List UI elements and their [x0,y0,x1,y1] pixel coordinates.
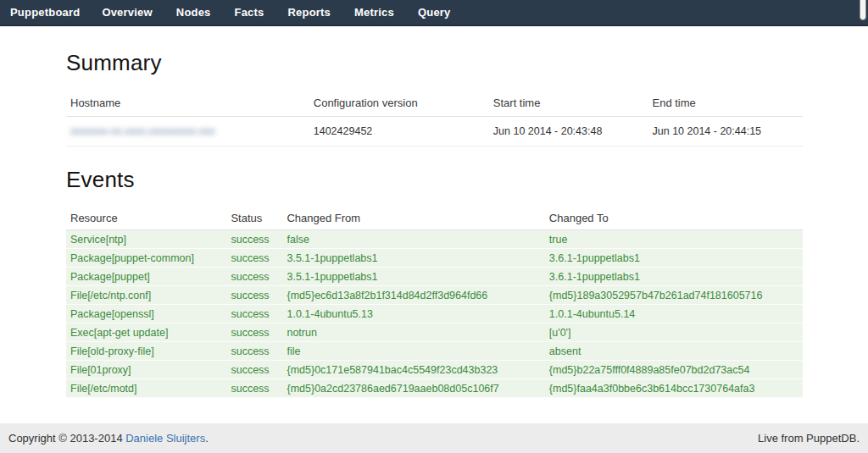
events-col-changed-from: Changed From [282,207,544,230]
event-status: success [226,379,282,398]
event-status: success [226,342,282,361]
event-row: File[old-proxy-file] success file absent [66,342,803,361]
event-resource: Package[puppet-common] [66,249,226,268]
event-resource: Service[ntp] [66,230,226,249]
end-time-value: Jun 10 2014 - 20:44:15 [648,117,804,146]
author-link[interactable]: Daniele Sluijters [125,432,205,445]
event-changed-from: notrun [282,323,544,342]
start-time-value: Jun 10 2014 - 20:43:48 [489,117,648,146]
page: Puppetboard Overview Nodes Facts Reports… [0,0,868,453]
event-changed-to: {md5}faa4a3f0bbe6c3b614bcc1730764afa3 [545,379,803,398]
hostname-link[interactable]: xxxxxxx-xx.xxxx.xxxxxxxxx.xxx [70,125,215,137]
event-changed-from: 3.5.1-1puppetlabs1 [282,249,544,268]
summary-col-hostname: Hostname [66,90,309,117]
event-resource: Package[openssl] [66,305,226,323]
event-resource: File[/etc/motd] [66,379,226,398]
event-changed-from: 1.0.1-4ubuntu5.13 [282,305,544,323]
events-col-resource: Resource [66,207,226,230]
event-row: File[/etc/motd] success {md5}0a2cd23786a… [66,379,803,398]
nav-item-overview[interactable]: Overview [90,0,164,25]
main-content: Summary Hostname Configuration version S… [0,26,803,398]
event-row: Package[puppet-common] success 3.5.1-1pu… [66,249,803,268]
event-changed-to: 1.0.1-4ubuntu5.14 [545,305,803,323]
event-status: success [226,230,282,249]
summary-header-row: Hostname Configuration version Start tim… [66,90,803,117]
event-changed-from: {md5}0c171e587941bac4c5549f23cd43b323 [282,361,544,379]
events-table: Resource Status Changed From Changed To … [66,207,803,398]
scrollbar-thumb[interactable] [860,0,866,20]
summary-col-config-version: Configuration version [309,90,489,117]
event-resource: Package[puppet] [66,268,226,286]
event-changed-to: 3.6.1-1puppetlabs1 [545,268,803,286]
nav-item-facts[interactable]: Facts [223,0,276,25]
event-status: success [226,268,282,286]
summary-data-row: xxxxxxx-xx.xxxx.xxxxxxxxx.xxx 1402429452… [66,117,803,146]
event-resource: File[old-proxy-file] [66,342,226,361]
event-changed-to: true [545,230,803,249]
brand-puppetboard[interactable]: Puppetboard [8,0,90,25]
event-row: Service[ntp] success false true [66,230,803,249]
config-version-value: 1402429452 [309,117,489,146]
event-row: Exec[apt-get update] success notrun [u'0… [66,323,803,342]
event-status: success [226,249,282,268]
event-changed-from: {md5}0a2cd23786aed6719aaeb08d05c106f7 [282,379,544,398]
event-resource: File[/etc/ntp.conf] [66,286,226,305]
page-footer: Copyright © 2013-2014 Daniele Sluijters.… [0,423,868,453]
event-changed-to: [u'0'] [545,323,803,342]
summary-heading: Summary [66,50,803,76]
event-changed-to: 3.6.1-1puppetlabs1 [545,249,803,268]
event-changed-from: 3.5.1-1puppetlabs1 [282,268,544,286]
nav-item-metrics[interactable]: Metrics [342,0,406,25]
events-col-status: Status [226,207,282,230]
top-navbar: Puppetboard Overview Nodes Facts Reports… [0,0,868,26]
event-row: Package[puppet] success 3.5.1-1puppetlab… [66,268,803,286]
event-changed-from: file [282,342,544,361]
nav-item-reports[interactable]: Reports [276,0,343,25]
copyright-suffix: . [205,432,209,445]
copyright-prefix: Copyright © 2013-2014 [8,432,125,445]
event-status: success [226,323,282,342]
event-resource: File[01proxy] [66,361,226,379]
nav-item-query[interactable]: Query [406,0,463,25]
summary-col-start-time: Start time [489,90,648,117]
events-heading: Events [66,167,803,193]
copyright-text: Copyright © 2013-2014 Daniele Sluijters. [8,432,209,445]
event-status: success [226,305,282,323]
event-row: File[/etc/ntp.conf] success {md5}ec6d13a… [66,286,803,305]
event-changed-from: {md5}ec6d13a8f2b1f314d84d2ff3d964fd66 [282,286,544,305]
summary-col-end-time: End time [648,90,804,117]
event-changed-from: false [282,230,544,249]
event-changed-to: {md5}b22a75fff0f4889a85fe07bd2d73ac54 [545,361,803,379]
event-changed-to: {md5}189a3052957b47b261ad74f181605716 [545,286,803,305]
event-resource: Exec[apt-get update] [66,323,226,342]
nav-item-nodes[interactable]: Nodes [164,0,223,25]
event-row: File[01proxy] success {md5}0c171e587941b… [66,361,803,379]
event-row: Package[openssl] success 1.0.1-4ubuntu5.… [66,305,803,323]
event-status: success [226,286,282,305]
puppetdb-status-text: Live from PuppetDB. [758,432,860,445]
events-col-changed-to: Changed To [545,207,803,230]
events-header-row: Resource Status Changed From Changed To [66,207,803,230]
summary-table: Hostname Configuration version Start tim… [66,90,803,146]
event-changed-to: absent [545,342,803,361]
event-status: success [226,361,282,379]
